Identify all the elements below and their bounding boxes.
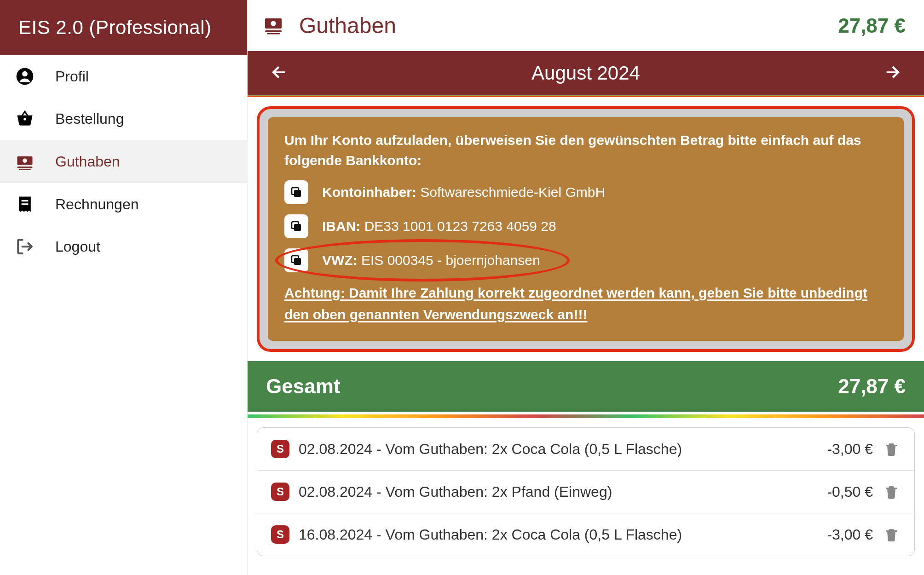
tx-type-badge: S: [271, 483, 289, 501]
copy-icon: [289, 253, 303, 267]
svg-rect-10: [265, 30, 282, 32]
topbar-left: Guthaben: [262, 13, 396, 38]
svg-point-9: [271, 21, 276, 26]
trash-icon: [883, 526, 900, 543]
total-label: Gesamt: [266, 375, 340, 398]
svg-rect-14: [294, 224, 301, 231]
bank-owner-label: Kontoinhaber:: [322, 184, 416, 200]
svg-rect-5: [19, 169, 31, 170]
receipt-icon: [15, 194, 35, 214]
transaction-row: S 16.08.2024 - Vom Guthaben: 2x Coca Col…: [257, 513, 914, 556]
bank-iban-text: IBAN: DE33 1001 0123 7263 4059 28: [322, 216, 556, 236]
bank-info-card: Um Ihr Konto aufzuladen, überweisen Sie …: [268, 117, 904, 341]
tx-amount: -0,50 €: [827, 483, 873, 500]
bank-info-highlight: Um Ihr Konto aufzuladen, überweisen Sie …: [257, 106, 915, 352]
bank-vwz-text: VWZ: EIS 000345 - bjoernjohansen: [322, 250, 540, 270]
tx-amount: -3,00 €: [827, 526, 873, 543]
svg-rect-4: [17, 167, 33, 168]
sidebar-item-label: Profil: [55, 68, 89, 85]
banknotes-icon: [262, 14, 284, 38]
sidebar-item-label: Guthaben: [55, 153, 120, 170]
tx-type-badge: S: [271, 440, 289, 458]
banknotes-icon: [15, 151, 35, 172]
sidebar-item-label: Logout: [55, 238, 100, 255]
svg-rect-12: [294, 190, 301, 197]
month-selector: August 2024: [248, 51, 924, 95]
delete-tx-button[interactable]: [882, 440, 901, 458]
month-label: August 2024: [531, 62, 640, 84]
bank-iban-value: DE33 1001 0123 7263 4059 28: [364, 218, 556, 234]
bank-owner-value: Softwareschmiede-Kiel GmbH: [420, 184, 605, 200]
content: Um Ihr Konto aufzuladen, überweisen Sie …: [248, 95, 924, 575]
sidebar-item-label: Rechnungen: [55, 196, 139, 213]
bank-owner-text: Kontoinhaber: Softwareschmiede-Kiel GmbH: [322, 182, 605, 202]
bank-vwz-value: EIS 000345 - bjoernjohansen: [361, 253, 540, 268]
arrow-left-icon: [270, 63, 288, 81]
arrow-right-icon: [884, 63, 902, 81]
tx-description: 16.08.2024 - Vom Guthaben: 2x Coca Cola …: [299, 526, 818, 543]
topbar: Guthaben 27,87 €: [248, 0, 924, 51]
svg-point-3: [23, 158, 27, 163]
bank-owner-row: Kontoinhaber: Softwareschmiede-Kiel GmbH: [284, 180, 887, 204]
bank-vwz-label: VWZ:: [322, 253, 358, 268]
balance-value: 27,87 €: [838, 14, 906, 37]
tx-amount: -3,00 €: [827, 441, 873, 458]
svg-rect-7: [22, 203, 29, 205]
tx-description: 02.08.2024 - Vom Guthaben: 2x Pfand (Ein…: [299, 483, 818, 500]
svg-point-1: [22, 71, 28, 77]
svg-rect-11: [267, 33, 280, 34]
sidebar: EIS 2.0 (Professional) Profil Bestellung…: [0, 0, 248, 575]
sidebar-nav: Profil Bestellung Guthaben Rechnungen: [0, 55, 247, 268]
decorative-strip: [248, 414, 924, 418]
copy-owner-button[interactable]: [284, 180, 308, 204]
person-icon: [15, 66, 35, 86]
copy-vwz-button[interactable]: [284, 248, 308, 272]
tx-type-badge: S: [271, 525, 289, 544]
trash-icon: [883, 441, 900, 457]
delete-tx-button[interactable]: [882, 525, 901, 544]
bank-iban-label: IBAN:: [322, 218, 360, 234]
total-value: 27,87 €: [838, 375, 906, 398]
trash-icon: [883, 483, 900, 500]
main: Guthaben 27,87 € August 2024 Um Ihr Kont…: [248, 0, 924, 575]
delete-tx-button[interactable]: [882, 483, 901, 501]
sidebar-item-bestellung[interactable]: Bestellung: [0, 98, 247, 140]
bank-info-warning: Achtung: Damit Ihre Zahlung korrekt zuge…: [284, 282, 887, 325]
tx-description: 02.08.2024 - Vom Guthaben: 2x Coca Cola …: [299, 441, 818, 458]
copy-icon: [289, 185, 303, 199]
app-title: EIS 2.0 (Professional): [0, 0, 247, 55]
prev-month-button[interactable]: [266, 61, 292, 85]
sidebar-item-rechnungen[interactable]: Rechnungen: [0, 183, 247, 225]
logout-icon: [15, 236, 35, 257]
sidebar-item-logout[interactable]: Logout: [0, 225, 247, 268]
bank-vwz-row: VWZ: EIS 000345 - bjoernjohansen: [284, 248, 887, 272]
bank-info-intro: Um Ihr Konto aufzuladen, überweisen Sie …: [284, 130, 887, 170]
bank-iban-row: IBAN: DE33 1001 0123 7263 4059 28: [284, 214, 887, 238]
transaction-list: S 02.08.2024 - Vom Guthaben: 2x Coca Col…: [257, 427, 915, 556]
copy-iban-button[interactable]: [284, 214, 308, 238]
svg-rect-16: [294, 258, 301, 265]
basket-icon: [15, 109, 35, 129]
page-title: Guthaben: [299, 13, 396, 38]
transaction-row: S 02.08.2024 - Vom Guthaben: 2x Pfand (E…: [257, 470, 914, 513]
sidebar-item-guthaben[interactable]: Guthaben: [0, 140, 247, 183]
next-month-button[interactable]: [880, 61, 906, 85]
sidebar-item-label: Bestellung: [55, 110, 124, 127]
svg-rect-6: [22, 200, 29, 201]
copy-icon: [289, 219, 303, 233]
transaction-row: S 02.08.2024 - Vom Guthaben: 2x Coca Col…: [257, 428, 914, 470]
total-bar: Gesamt 27,87 €: [248, 361, 924, 412]
sidebar-item-profil[interactable]: Profil: [0, 55, 247, 98]
